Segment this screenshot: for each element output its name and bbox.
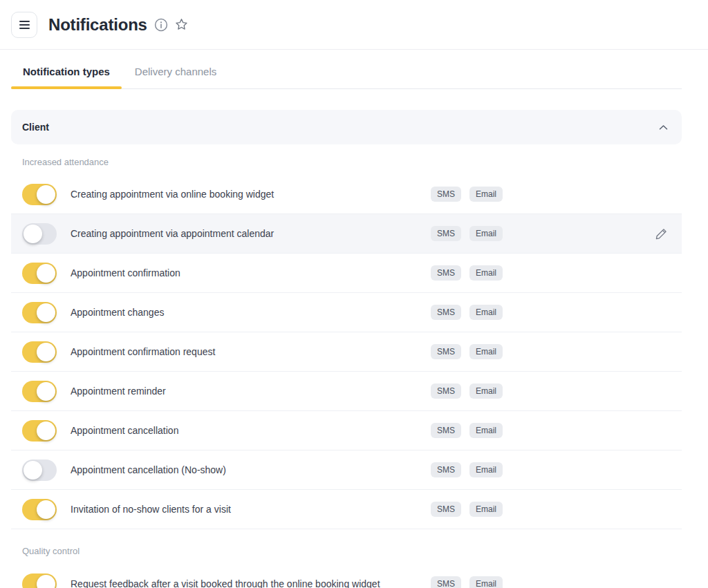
channel-badge-email: Email — [469, 576, 503, 588]
notification-row: Request feedback after a visit booked th… — [11, 565, 682, 588]
group-label: Increased attendance — [22, 157, 682, 167]
notification-group: Quality control Request feedback after a… — [11, 546, 682, 588]
toggle-switch[interactable] — [22, 459, 57, 481]
toggle-knob — [37, 303, 55, 322]
tab-delivery-channels[interactable]: Delivery channels — [123, 57, 228, 88]
toggle-switch[interactable] — [22, 420, 57, 442]
group-rows: Creating appointment via online booking … — [11, 175, 682, 529]
channel-badges: SMSEmail — [431, 344, 503, 359]
notification-row: Appointment confirmation SMSEmail — [11, 254, 682, 293]
channel-badges: SMSEmail — [431, 305, 503, 320]
tab-notification-types[interactable]: Notification types — [11, 57, 122, 88]
toggle-switch[interactable] — [22, 223, 57, 245]
toggle-knob — [37, 343, 55, 361]
toggle-switch[interactable] — [22, 263, 57, 284]
group-rows: Request feedback after a visit booked th… — [11, 565, 682, 588]
channel-badge-email: Email — [469, 462, 503, 477]
toggle-knob — [37, 382, 55, 401]
channel-badge-sms: SMS — [431, 305, 461, 320]
channel-badges: SMSEmail — [431, 576, 503, 588]
toggle-knob — [37, 575, 55, 588]
notification-row: Appointment confirmation request SMSEmai… — [11, 332, 682, 372]
notification-label: Appointment cancellation — [71, 425, 431, 436]
hamburger-menu-button[interactable] — [11, 12, 37, 38]
group-label: Quality control — [22, 546, 682, 556]
notification-label: Appointment reminder — [71, 386, 431, 397]
toggle-switch[interactable] — [22, 381, 57, 402]
channel-badge-sms: SMS — [431, 265, 461, 281]
channel-badge-email: Email — [469, 383, 503, 399]
channel-badges: SMSEmail — [431, 265, 503, 281]
notification-label: Invitation of no-show clients for a visi… — [71, 504, 431, 515]
channel-badge-sms: SMS — [431, 576, 461, 588]
notification-row: Appointment reminder SMSEmail — [11, 372, 682, 411]
toggle-knob — [37, 264, 55, 283]
chevron-up-icon[interactable] — [659, 124, 668, 131]
notification-label: Creating appointment via appointment cal… — [71, 228, 431, 239]
toggle-switch[interactable] — [22, 184, 57, 205]
tab-bar: Notification types Delivery channels — [11, 50, 682, 89]
channel-badge-email: Email — [469, 423, 503, 438]
toggle-switch[interactable] — [22, 499, 57, 520]
notification-row: Creating appointment via online booking … — [11, 175, 682, 214]
toggle-knob — [24, 225, 42, 243]
channel-badge-sms: SMS — [431, 502, 461, 517]
channel-badge-email: Email — [469, 502, 503, 517]
toggle-knob — [24, 461, 42, 480]
notification-label: Appointment cancellation (No-show) — [71, 464, 431, 475]
channel-badge-sms: SMS — [431, 344, 461, 359]
toggle-knob — [37, 185, 55, 204]
channel-badge-email: Email — [469, 344, 503, 359]
channel-badge-sms: SMS — [431, 226, 461, 241]
notification-groups: Increased attendance Creating appointmen… — [11, 157, 682, 588]
channel-badges: SMSEmail — [431, 226, 503, 241]
hamburger-icon — [19, 21, 30, 22]
toggle-switch[interactable] — [22, 341, 57, 363]
notification-label: Appointment confirmation — [71, 267, 431, 278]
notification-label: Appointment changes — [71, 307, 431, 318]
channel-badge-email: Email — [469, 187, 503, 202]
star-outline-icon[interactable] — [174, 17, 189, 32]
notification-row: Invitation of no-show clients for a visi… — [11, 490, 682, 529]
channel-badge-sms: SMS — [431, 187, 461, 202]
channel-badge-email: Email — [469, 265, 503, 281]
notification-label: Appointment confirmation request — [71, 346, 431, 357]
page-header: Notifications — [0, 0, 708, 50]
toggle-knob — [37, 500, 55, 519]
notification-label: Request feedback after a visit booked th… — [71, 578, 431, 588]
toggle-knob — [37, 421, 55, 440]
channel-badge-sms: SMS — [431, 383, 461, 399]
channel-badge-email: Email — [469, 226, 503, 241]
channel-badge-email: Email — [469, 305, 503, 320]
notification-row: Appointment cancellation (No-show) SMSEm… — [11, 451, 682, 490]
notification-group: Increased attendance Creating appointmen… — [11, 157, 682, 529]
channel-badges: SMSEmail — [431, 462, 503, 477]
channel-badges: SMSEmail — [431, 383, 503, 399]
info-circle-icon[interactable] — [154, 18, 168, 32]
edit-pencil-icon[interactable] — [655, 227, 668, 240]
channel-badges: SMSEmail — [431, 423, 503, 438]
channel-badges: SMSEmail — [431, 502, 503, 517]
notification-settings: Client Increased attendance Creating app… — [11, 110, 682, 588]
notification-row: Creating appointment via appointment cal… — [11, 214, 682, 254]
toggle-switch[interactable] — [22, 302, 57, 323]
notification-label: Creating appointment via online booking … — [71, 189, 431, 200]
notification-row: Appointment cancellation SMSEmail — [11, 411, 682, 451]
section-header-client[interactable]: Client — [11, 110, 682, 144]
channel-badge-sms: SMS — [431, 423, 461, 438]
channel-badges: SMSEmail — [431, 187, 503, 202]
notification-row: Appointment changes SMSEmail — [11, 293, 682, 332]
channel-badge-sms: SMS — [431, 462, 461, 477]
section-title: Client — [22, 122, 49, 133]
toggle-switch[interactable] — [22, 573, 57, 588]
page-title: Notifications — [48, 15, 147, 35]
